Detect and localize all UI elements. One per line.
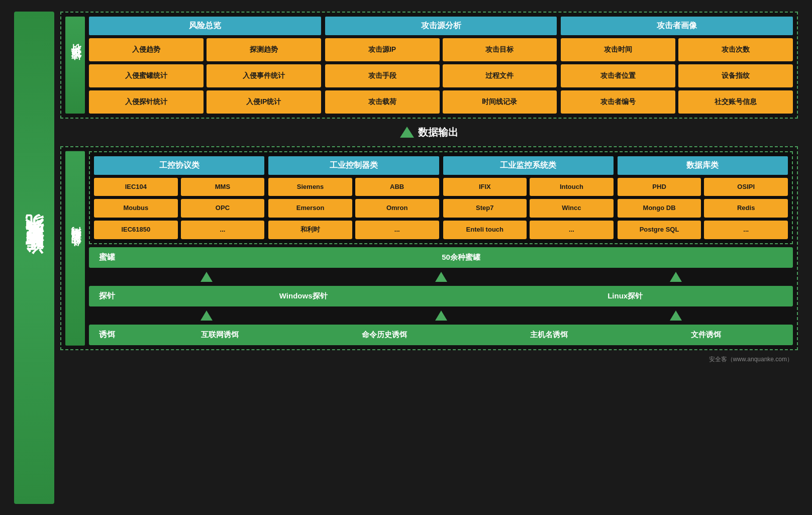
attack-source-item-1: 攻击目标 <box>443 38 557 61</box>
ics-controller-item-2: Emerson <box>268 199 352 218</box>
ics-protocol-item-4: IEC61850 <box>94 221 178 239</box>
probe-item-0: Windows探针 <box>279 291 328 301</box>
database-item-2: Mongo DB <box>618 199 701 218</box>
attacker-profile-header: 攻击者画像 <box>561 17 793 35</box>
right-content: 情报分析 风险总览 入侵趋势 探测趋势 入侵蜜罐统计 入侵事件统计 入侵探针统计… <box>54 12 798 504</box>
ics-controller-item-3: Omron <box>355 199 439 218</box>
attack-source-item-2: 攻击手段 <box>325 64 440 87</box>
honeypot-panels: 工控协议类 IEC104 MMS Moubus OPC IEC61850 ...… <box>89 151 793 245</box>
attack-source-item-0: 攻击源IP <box>325 38 440 61</box>
risk-header: 风险总览 <box>89 17 321 35</box>
attack-source-item-5: 时间线记录 <box>443 90 557 114</box>
arrow-2 <box>435 272 447 282</box>
ics-monitor-item-3: Wincc <box>530 199 614 218</box>
bait-item-0: 互联网诱饵 <box>201 330 239 340</box>
attacker-profile-item-0: 攻击时间 <box>561 38 675 61</box>
bait-bar: 诱饵 互联网诱饵 命令历史诱饵 主机名诱饵 文件诱饵 <box>89 325 793 345</box>
main-container: 诶听伪装欺骗系统 情报分析 风险总览 入侵趋势 探测趋势 入侵蜜罐统计 入侵事件… <box>14 12 798 504</box>
data-output-label: 数据输出 <box>418 126 458 139</box>
intelligence-label: 情报分析 <box>65 17 85 114</box>
ics-monitor-item-1: Intouch <box>530 178 614 196</box>
arrow-3 <box>670 272 682 282</box>
data-output-row: 数据输出 <box>60 123 798 142</box>
intelligence-section: 情报分析 风险总览 入侵趋势 探测趋势 入侵蜜罐统计 入侵事件统计 入侵探针统计… <box>60 12 798 119</box>
bait-item-3: 文件诱饵 <box>691 330 721 340</box>
attacker-profile-item-1: 攻击次数 <box>678 38 793 61</box>
risk-item-3: 入侵事件统计 <box>207 64 321 87</box>
bait-items: 互联网诱饵 命令历史诱饵 主机名诱饵 文件诱饵 <box>139 330 783 340</box>
arrow-6 <box>670 311 682 321</box>
ics-protocol-item-1: MMS <box>181 178 265 196</box>
arrows-row-1 <box>89 271 793 283</box>
probe-bar: 探针 Windows探针 Linux探针 <box>89 286 793 306</box>
risk-grid: 入侵趋势 探测趋势 入侵蜜罐统计 入侵事件统计 入侵探针统计 入侵IP统计 <box>89 38 321 114</box>
attack-source-item-4: 攻击载荷 <box>325 90 440 114</box>
deception-label: 伪装欺骗组网 <box>65 151 85 346</box>
ics-controller-item-1: ABB <box>355 178 439 196</box>
ics-protocol-header: 工控协议类 <box>94 156 264 175</box>
ics-monitor-item-0: IFIX <box>443 178 527 196</box>
ics-monitor-panel: 工业监控系统类 IFIX Intouch Step7 Wincc Enteli … <box>443 156 614 240</box>
ics-protocol-panel: 工控协议类 IEC104 MMS Moubus OPC IEC61850 ... <box>94 156 264 240</box>
ics-controller-header: 工业控制器类 <box>268 156 439 175</box>
ics-controller-item-0: Siemens <box>268 178 352 196</box>
attacker-profile-item-3: 设备指纹 <box>678 64 793 87</box>
honeypot-bar: 蜜罐 50余种蜜罐 <box>89 247 793 268</box>
ics-monitor-item-2: Step7 <box>443 199 527 218</box>
honeypot-bar-content: 50余种蜜罐 <box>139 253 783 262</box>
attacker-profile-panel: 攻击者画像 攻击时间 攻击次数 攻击者位置 设备指纹 攻击者编号 社交账号信息 <box>561 17 793 114</box>
honeypot-bar-label: 蜜罐 <box>99 252 129 263</box>
ics-monitor-header: 工业监控系统类 <box>443 156 614 175</box>
ics-monitor-item-5: ... <box>530 221 614 239</box>
ics-controller-item-4: 和利时 <box>268 221 352 239</box>
database-item-0: PHD <box>618 178 701 196</box>
attacker-profile-grid: 攻击时间 攻击次数 攻击者位置 设备指纹 攻击者编号 社交账号信息 <box>561 38 793 114</box>
arrows-row-2 <box>89 310 793 322</box>
arrow-5 <box>435 311 447 321</box>
probe-item-1: Linux探针 <box>607 291 643 301</box>
footer: 安全客（www.anquanke.com） <box>60 354 798 364</box>
bait-item-2: 主机名诱饵 <box>530 330 568 340</box>
ics-protocol-item-2: Moubus <box>94 199 178 218</box>
database-header: 数据库类 <box>618 156 788 175</box>
arrow-4 <box>200 311 213 321</box>
risk-item-0: 入侵趋势 <box>89 38 204 61</box>
probe-label: 探针 <box>99 291 139 301</box>
main-title: 诶听伪装欺骗系统 <box>14 12 54 504</box>
ics-protocol-item-0: IEC104 <box>94 178 178 196</box>
risk-item-1: 探测趋势 <box>207 38 321 61</box>
probe-items: Windows探针 Linux探针 <box>139 291 783 301</box>
ics-protocol-grid: IEC104 MMS Moubus OPC IEC61850 ... <box>94 178 264 240</box>
intelligence-inner: 风险总览 入侵趋势 探测趋势 入侵蜜罐统计 入侵事件统计 入侵探针统计 入侵IP… <box>85 17 793 114</box>
database-item-4: Postgre SQL <box>618 221 701 239</box>
data-output-arrow <box>400 127 414 138</box>
main-title-text: 诶听伪装欺骗系统 <box>22 246 47 270</box>
deception-section: 伪装欺骗组网 工控协议类 IEC104 MMS Moubus OPC IEC61… <box>60 146 798 351</box>
risk-item-5: 入侵IP统计 <box>207 90 321 114</box>
bait-item-1: 命令历史诱饵 <box>362 330 407 340</box>
database-item-5: ... <box>704 221 788 239</box>
attacker-profile-item-4: 攻击者编号 <box>561 90 675 114</box>
ics-controller-item-5: ... <box>355 221 439 239</box>
attack-source-header: 攻击源分析 <box>325 17 557 35</box>
deception-inner: 工控协议类 IEC104 MMS Moubus OPC IEC61850 ...… <box>85 151 793 346</box>
arrow-1 <box>200 272 213 282</box>
attack-source-item-3: 过程文件 <box>443 64 557 87</box>
ics-monitor-item-4: Enteli touch <box>443 221 527 239</box>
attack-source-panel: 攻击源分析 攻击源IP 攻击目标 攻击手段 过程文件 攻击载荷 时间线记录 <box>325 17 557 114</box>
risk-item-2: 入侵蜜罐统计 <box>89 64 204 87</box>
attacker-profile-item-2: 攻击者位置 <box>561 64 675 87</box>
attack-source-grid: 攻击源IP 攻击目标 攻击手段 过程文件 攻击载荷 时间线记录 <box>325 38 557 114</box>
ics-monitor-grid: IFIX Intouch Step7 Wincc Enteli touch ..… <box>443 178 614 240</box>
risk-panel: 风险总览 入侵趋势 探测趋势 入侵蜜罐统计 入侵事件统计 入侵探针统计 入侵IP… <box>89 17 321 114</box>
bait-label: 诱饵 <box>99 330 139 340</box>
ics-controller-panel: 工业控制器类 Siemens ABB Emerson Omron 和利时 ... <box>268 156 439 240</box>
database-panel: 数据库类 PHD OSIPI Mongo DB Redis Postgre SQ… <box>618 156 788 240</box>
database-item-1: OSIPI <box>704 178 788 196</box>
database-grid: PHD OSIPI Mongo DB Redis Postgre SQL ... <box>618 178 788 240</box>
attacker-profile-item-5: 社交账号信息 <box>678 90 793 114</box>
risk-item-4: 入侵探针统计 <box>89 90 204 114</box>
database-item-3: Redis <box>704 199 788 218</box>
ics-controller-grid: Siemens ABB Emerson Omron 和利时 ... <box>268 178 439 240</box>
ics-protocol-item-5: ... <box>181 221 265 239</box>
